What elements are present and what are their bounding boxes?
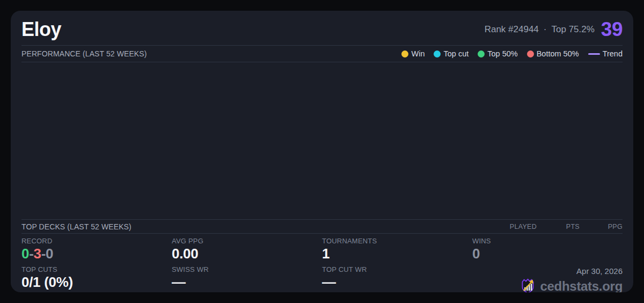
player-stats-card: Eloy Rank #24944 · Top 75.2% 39 PERFORMA… bbox=[11, 11, 633, 292]
rank-text: Rank #24944 bbox=[485, 24, 539, 35]
stat-tournaments-label: TOURNAMENTS bbox=[322, 237, 472, 245]
top-decks-section-title: TOP DECKS (LAST 52 WEEKS) bbox=[21, 222, 131, 231]
brand-row: cedhstats.org bbox=[519, 278, 623, 292]
stat-wins-label: WINS bbox=[472, 237, 623, 245]
stat-record-value: 0-3-0 bbox=[21, 246, 172, 262]
chart-legend: Win Top cut Top 50% Bottom 50% Trend bbox=[401, 49, 623, 58]
performance-header-row: PERFORMANCE (LAST 52 WEEKS) Win Top cut … bbox=[11, 46, 633, 62]
top-decks-columns: PLAYED PTS PPG bbox=[494, 223, 623, 230]
record-draws: 0 bbox=[46, 246, 53, 262]
stat-top-cut-wr-label: TOP CUT WR bbox=[322, 265, 472, 273]
stat-top-cut-wr-value: — bbox=[322, 274, 472, 291]
top-decks-header-row: TOP DECKS (LAST 52 WEEKS) PLAYED PTS PPG bbox=[11, 220, 633, 233]
performance-chart bbox=[11, 62, 633, 219]
column-header-played: PLAYED bbox=[494, 223, 537, 230]
stat-wins: WINS 0 bbox=[472, 237, 623, 265]
stat-avg-ppg-label: AVG PPG bbox=[172, 237, 322, 245]
legend-item-win: Win bbox=[401, 49, 425, 58]
cedhstats-logo-icon bbox=[519, 278, 536, 292]
performance-section-title: PERFORMANCE (LAST 52 WEEKS) bbox=[21, 49, 147, 58]
score-badge: 39 bbox=[601, 18, 623, 41]
stat-swiss-wr-value: — bbox=[172, 274, 322, 291]
date-text: Apr 30, 2026 bbox=[576, 266, 623, 276]
trend-line-icon bbox=[588, 53, 600, 55]
top-percent-text: Top 75.2% bbox=[552, 24, 595, 35]
record-losses: 3 bbox=[34, 246, 41, 262]
header-right: Rank #24944 · Top 75.2% 39 bbox=[485, 18, 623, 41]
stat-top-cuts-label: TOP CUTS bbox=[21, 265, 172, 273]
legend-item-top-cut: Top cut bbox=[434, 49, 469, 58]
footer-cell: Apr 30, 2026 cedhstats.org bbox=[472, 265, 623, 292]
column-header-ppg: PPG bbox=[580, 223, 623, 230]
stat-record-label: RECORD bbox=[21, 237, 172, 245]
stat-wins-value: 0 bbox=[472, 246, 623, 262]
rank-separator: · bbox=[544, 24, 547, 35]
card-header: Eloy Rank #24944 · Top 75.2% 39 bbox=[11, 11, 633, 45]
column-header-pts: PTS bbox=[537, 223, 580, 230]
top-cut-dot-icon bbox=[434, 50, 441, 57]
stat-record: RECORD 0-3-0 bbox=[21, 237, 172, 265]
page-title: Eloy bbox=[21, 18, 61, 41]
brand-text: cedhstats.org bbox=[540, 279, 623, 293]
stat-top-cut-wr: TOP CUT WR — bbox=[322, 265, 472, 292]
stat-tournaments: TOURNAMENTS 1 bbox=[322, 237, 472, 265]
stat-top-cuts-value: 0/1 (0%) bbox=[21, 274, 172, 291]
rank-summary: Rank #24944 · Top 75.2% bbox=[485, 24, 595, 35]
stats-grid: RECORD 0-3-0 AVG PPG 0.00 TOURNAMENTS 1 … bbox=[11, 234, 633, 292]
stat-tournaments-value: 1 bbox=[322, 246, 472, 262]
top50-dot-icon bbox=[478, 50, 485, 57]
record-wins: 0 bbox=[21, 246, 29, 262]
stat-avg-ppg: AVG PPG 0.00 bbox=[172, 237, 322, 265]
stat-swiss-wr: SWISS WR — bbox=[172, 265, 322, 292]
legend-item-bottom50: Bottom 50% bbox=[527, 49, 579, 58]
stat-swiss-wr-label: SWISS WR bbox=[172, 265, 322, 273]
bottom50-dot-icon bbox=[527, 50, 534, 57]
win-dot-icon bbox=[401, 50, 408, 57]
legend-item-trend: Trend bbox=[588, 49, 623, 58]
stat-top-cuts: TOP CUTS 0/1 (0%) bbox=[21, 265, 172, 292]
legend-item-top50: Top 50% bbox=[478, 49, 517, 58]
stat-avg-ppg-value: 0.00 bbox=[172, 246, 322, 262]
